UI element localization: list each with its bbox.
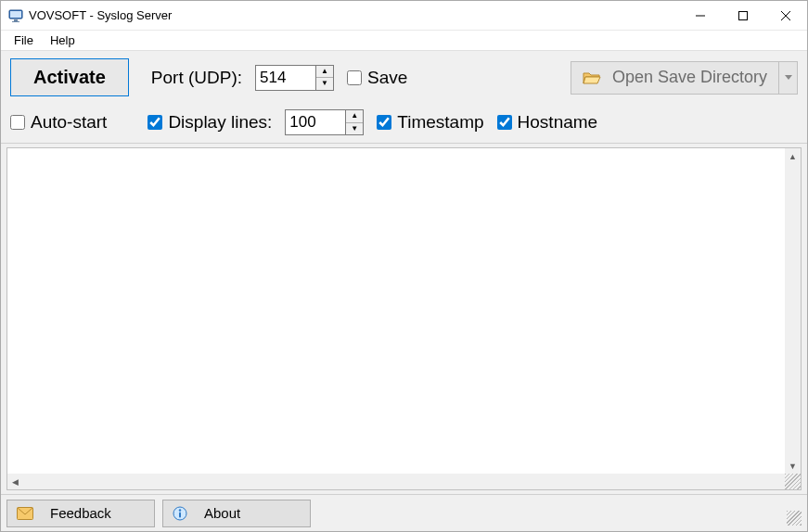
port-spin-down[interactable]: ▼ xyxy=(316,78,333,90)
feedback-label: Feedback xyxy=(50,505,111,521)
display-lines-spinner[interactable]: ▲ ▼ xyxy=(285,109,364,135)
timestamp-checkbox[interactable]: Timestamp xyxy=(377,112,483,133)
timestamp-checkbox-label: Timestamp xyxy=(397,112,483,133)
hostname-checkbox-label: Hostname xyxy=(518,112,598,133)
display-lines-spin-up[interactable]: ▲ xyxy=(346,110,363,123)
horizontal-scrollbar[interactable]: ◀ ▶ xyxy=(7,474,801,489)
scroll-corner xyxy=(785,474,801,489)
port-input[interactable] xyxy=(256,66,315,90)
save-checkbox-input[interactable] xyxy=(347,70,362,85)
scroll-left-icon[interactable]: ◀ xyxy=(7,474,23,489)
save-checkbox[interactable]: Save xyxy=(347,68,407,88)
toolbar: Activate Port (UDP): ▲ ▼ Save Open S xyxy=(1,51,807,144)
window-title: VOVSOFT - Syslog Server xyxy=(29,8,172,22)
display-lines-checkbox[interactable]: Display lines: xyxy=(147,112,272,133)
scroll-down-icon[interactable]: ▼ xyxy=(785,458,801,474)
log-view[interactable]: ▲ ▼ ◀ ▶ xyxy=(6,147,802,490)
minimize-button[interactable] xyxy=(679,1,722,31)
vertical-scrollbar[interactable]: ▲ ▼ xyxy=(785,148,801,474)
hostname-checkbox[interactable]: Hostname xyxy=(497,112,598,133)
menu-file[interactable]: File xyxy=(6,32,41,49)
display-lines-checkbox-input[interactable] xyxy=(147,115,162,130)
log-area: ▲ ▼ ◀ ▶ xyxy=(1,144,807,494)
autostart-checkbox[interactable]: Auto-start xyxy=(10,112,107,133)
svg-rect-5 xyxy=(739,11,748,19)
display-lines-spin-down[interactable]: ▼ xyxy=(346,123,363,135)
autostart-checkbox-input[interactable] xyxy=(10,115,25,130)
folder-open-icon xyxy=(583,70,601,85)
close-button[interactable] xyxy=(764,1,807,31)
svg-rect-12 xyxy=(179,512,181,517)
activate-button[interactable]: Activate xyxy=(10,58,129,96)
svg-point-11 xyxy=(179,509,181,511)
info-icon xyxy=(173,506,187,521)
feedback-icon xyxy=(17,507,33,520)
title-bar: VOVSOFT - Syslog Server xyxy=(1,1,807,31)
menu-help[interactable]: Help xyxy=(43,32,83,49)
port-label: Port (UDP): xyxy=(151,68,242,88)
about-label: About xyxy=(204,505,240,521)
svg-rect-2 xyxy=(14,19,18,21)
save-checkbox-label: Save xyxy=(367,68,407,88)
port-spinner[interactable]: ▲ ▼ xyxy=(255,65,334,91)
menu-bar: File Help xyxy=(1,31,807,51)
open-save-directory-label: Open Save Directory xyxy=(612,68,767,87)
svg-rect-3 xyxy=(12,21,19,22)
resize-grip-icon[interactable] xyxy=(787,511,802,526)
autostart-checkbox-label: Auto-start xyxy=(31,112,107,133)
hostname-checkbox-input[interactable] xyxy=(497,115,512,130)
about-button[interactable]: About xyxy=(162,500,311,527)
open-save-directory-dropdown[interactable] xyxy=(779,61,798,95)
maximize-button[interactable] xyxy=(722,1,764,31)
svg-rect-1 xyxy=(10,11,21,18)
display-lines-input[interactable] xyxy=(286,110,345,134)
port-spin-up[interactable]: ▲ xyxy=(316,66,333,79)
scroll-up-icon[interactable]: ▲ xyxy=(785,148,801,164)
app-icon xyxy=(8,8,23,23)
display-lines-checkbox-label: Display lines: xyxy=(168,112,272,133)
feedback-button[interactable]: Feedback xyxy=(6,500,155,527)
status-bar: Feedback About xyxy=(1,494,807,531)
timestamp-checkbox-input[interactable] xyxy=(377,115,391,130)
svg-marker-8 xyxy=(785,75,792,80)
open-save-directory-button[interactable]: Open Save Directory xyxy=(571,61,779,95)
